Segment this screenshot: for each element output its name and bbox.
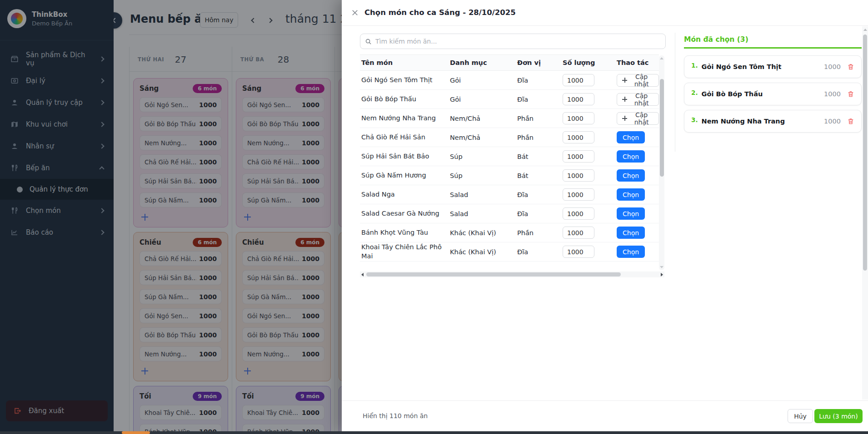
dish-table: Tên món Danh mục Đơn vị Số lượng Thao tá… (360, 54, 659, 261)
column-header-category: Danh mục (450, 59, 517, 66)
cell-dish-name: Salad Nga (361, 190, 450, 199)
table-row: Khoai Tây Chiên Lắc Phô Mai Khác (Khai V… (360, 242, 659, 261)
trash-icon[interactable] (847, 118, 854, 125)
results-count: Hiển thị 110 món ăn (363, 412, 428, 419)
quantity-input[interactable] (563, 74, 594, 86)
choose-button[interactable]: Chọn (617, 131, 645, 143)
update-button-label: Cập nhật (629, 111, 653, 126)
page-vertical-scrollbar[interactable] (862, 26, 868, 399)
choose-button[interactable]: Chọn (617, 246, 645, 258)
cancel-button[interactable]: Hủy (788, 409, 813, 423)
save-button[interactable]: Lưu (3 món) (814, 409, 863, 423)
choose-button[interactable]: Chọn (617, 227, 645, 239)
column-header-unit: Đơn vị (517, 59, 563, 66)
trash-icon[interactable] (847, 63, 854, 70)
cell-dish-name: Nem Nướng Nha Trang (361, 114, 450, 123)
table-vertical-scrollbar[interactable] (659, 55, 664, 270)
selected-dish-number: 2. (691, 89, 698, 96)
close-icon[interactable] (349, 7, 361, 19)
cell-unit: Phần (517, 229, 563, 237)
cell-category: Nem/Chả (450, 115, 517, 122)
quantity-input[interactable] (563, 227, 594, 239)
table-horizontal-scrollbar[interactable] (360, 271, 664, 277)
scrollbar-thumb[interactable] (660, 79, 664, 177)
cell-unit: Đĩa (517, 210, 563, 217)
table-body: Gỏi Ngó Sen Tôm Thịt Gỏi Đĩa Cập nhật (360, 71, 659, 261)
cell-dish-name: Súp Hải Sản Bát Bảo (361, 152, 450, 161)
selected-dishes-list: 1. Gỏi Ngó Sen Tôm Thịt 1000 2. Gỏi Bò B… (684, 55, 862, 133)
quantity-input[interactable] (563, 131, 594, 143)
selected-dish-name: Gỏi Bò Bóp Thấu (702, 90, 824, 98)
trash-icon[interactable] (847, 90, 854, 98)
update-button[interactable]: Cập nhật (617, 74, 659, 87)
update-button[interactable]: Cập nhật (617, 93, 659, 106)
cell-dish-name: Bánh Khọt Vũng Tàu (361, 228, 450, 237)
quantity-input[interactable] (563, 93, 594, 105)
table-row: Gỏi Ngó Sen Tôm Thịt Gỏi Đĩa Cập nhật (360, 71, 659, 90)
table-row: Súp Gà Nấm Hương Súp Bát Chọn (360, 166, 659, 185)
choose-button[interactable]: Chọn (617, 188, 645, 201)
cell-category: Súp (450, 153, 517, 160)
table-row: Salad Nga Salad Đĩa Chọn (360, 185, 659, 204)
table-row: Chả Giò Rế Hải Sản Nem/Chả Phần Chọn (360, 128, 659, 147)
cell-dish-name: Gỏi Bò Bóp Thấu (361, 95, 450, 104)
search-box (360, 34, 666, 49)
app-screen: ThinkBox Demo Bếp Ăn Sản phẩm & Dịch vụ (0, 0, 868, 434)
scrollbar-thumb[interactable] (366, 272, 621, 276)
choose-button[interactable]: Chọn (617, 150, 645, 163)
cell-dish-name: Chả Giò Rế Hải Sản (361, 133, 450, 142)
dish-picker-modal: Chọn món cho ca Sáng - 28/10/2025 Tên mó… (342, 0, 868, 431)
plus-icon (622, 78, 626, 83)
cell-unit: Bát (517, 172, 563, 179)
selected-dish-number: 3. (691, 116, 698, 123)
column-header-actions: Thao tác (617, 59, 659, 66)
column-header-name: Tên món (361, 59, 450, 66)
selected-panel-underline (684, 47, 862, 49)
quantity-input[interactable] (563, 112, 594, 124)
page-horizontal-scrollbar[interactable] (0, 431, 868, 434)
cell-category: Gỏi (450, 77, 517, 84)
cell-category: Salad (450, 191, 517, 198)
choose-button[interactable]: Chọn (617, 207, 645, 220)
quantity-input[interactable] (563, 246, 594, 258)
modal-title: Chọn món cho ca Sáng - 28/10/2025 (364, 8, 516, 17)
selected-dish-quantity: 1000 (824, 118, 841, 125)
quantity-input[interactable] (563, 169, 594, 182)
scroll-right-arrow-icon[interactable] (661, 273, 663, 276)
search-icon (365, 38, 372, 45)
selected-dish-name: Nem Nướng Nha Trang (702, 118, 824, 125)
cell-category: Nem/Chả (450, 134, 517, 141)
search-input[interactable] (375, 38, 661, 45)
cell-category: Gỏi (450, 96, 517, 103)
scrollbar-thumb[interactable] (122, 431, 150, 434)
table-row: Súp Hải Sản Bát Bảo Súp Bát Chọn (360, 147, 659, 166)
scroll-up-arrow-icon[interactable] (660, 57, 663, 59)
table-row: Gỏi Bò Bóp Thấu Gỏi Đĩa Cập nhật (360, 90, 659, 109)
scroll-up-arrow-icon[interactable] (863, 29, 867, 31)
table-header-row: Tên món Danh mục Đơn vị Số lượng Thao tá… (360, 54, 659, 71)
column-header-quantity: Số lượng (563, 59, 617, 66)
cell-unit: Đĩa (517, 248, 563, 256)
cell-category: Súp (450, 172, 517, 179)
cell-dish-name: Gỏi Ngó Sen Tôm Thịt (361, 76, 450, 85)
scrollbar-thumb[interactable] (863, 35, 867, 271)
quantity-input[interactable] (563, 188, 594, 201)
selected-dish-name: Gỏi Ngó Sen Tôm Thịt (702, 63, 824, 70)
selected-dish-card: 2. Gỏi Bò Bóp Thấu 1000 (684, 83, 862, 105)
table-row: Nem Nướng Nha Trang Nem/Chả Phần Cập nhậ… (360, 109, 659, 128)
cell-unit: Đĩa (517, 191, 563, 198)
scroll-down-arrow-icon[interactable] (660, 266, 663, 268)
quantity-input[interactable] (563, 150, 594, 163)
selected-dish-quantity: 1000 (824, 63, 841, 70)
update-button-label: Cập nhật (629, 92, 653, 107)
choose-button[interactable]: Chọn (617, 169, 645, 182)
plus-icon (622, 116, 626, 121)
cell-unit: Phần (517, 115, 563, 122)
cell-unit: Đĩa (517, 77, 563, 84)
quantity-input[interactable] (563, 207, 594, 220)
update-button-label: Cập nhật (629, 73, 653, 88)
scroll-left-arrow-icon[interactable] (361, 273, 364, 276)
cell-category: Khác (Khai Vị) (450, 248, 517, 256)
plus-icon (622, 97, 626, 102)
update-button[interactable]: Cập nhật (617, 112, 659, 125)
